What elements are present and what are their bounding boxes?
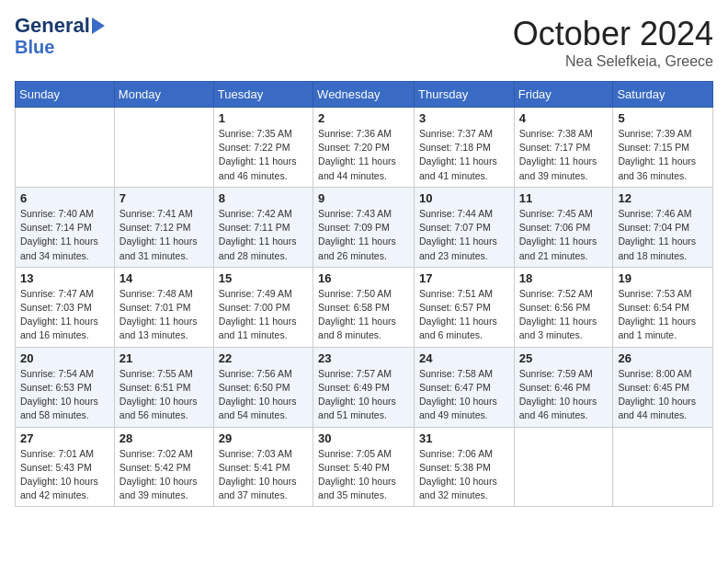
calendar-table: SundayMondayTuesdayWednesdayThursdayFrid… xyxy=(15,81,713,507)
day-number: 10 xyxy=(419,191,509,205)
day-number: 29 xyxy=(219,431,308,445)
calendar-day-cell: 21Sunrise: 7:55 AM Sunset: 6:51 PM Dayli… xyxy=(114,347,213,427)
day-info: Sunrise: 7:54 AM Sunset: 6:53 PM Dayligh… xyxy=(20,367,109,423)
calendar-day-cell: 15Sunrise: 7:49 AM Sunset: 7:00 PM Dayli… xyxy=(213,267,313,347)
day-number: 31 xyxy=(419,431,509,445)
calendar-day-cell xyxy=(613,427,713,507)
day-info: Sunrise: 7:37 AM Sunset: 7:18 PM Dayligh… xyxy=(419,127,509,183)
day-number: 17 xyxy=(419,271,509,285)
day-number: 21 xyxy=(119,351,209,365)
calendar-day-cell: 19Sunrise: 7:53 AM Sunset: 6:54 PM Dayli… xyxy=(613,267,713,347)
day-number: 6 xyxy=(20,191,109,205)
day-info: Sunrise: 7:59 AM Sunset: 6:46 PM Dayligh… xyxy=(519,367,609,423)
day-number: 25 xyxy=(519,351,609,365)
day-number: 11 xyxy=(519,191,609,205)
day-info: Sunrise: 7:58 AM Sunset: 6:47 PM Dayligh… xyxy=(419,367,509,423)
day-number: 22 xyxy=(219,351,308,365)
day-info: Sunrise: 8:00 AM Sunset: 6:45 PM Dayligh… xyxy=(618,367,708,423)
calendar-day-cell xyxy=(114,108,213,188)
day-info: Sunrise: 7:44 AM Sunset: 7:07 PM Dayligh… xyxy=(419,207,509,263)
day-info: Sunrise: 7:06 AM Sunset: 5:38 PM Dayligh… xyxy=(419,447,509,503)
day-of-week-header: Thursday xyxy=(415,82,515,108)
day-info: Sunrise: 7:39 AM Sunset: 7:15 PM Dayligh… xyxy=(618,127,708,183)
day-info: Sunrise: 7:36 AM Sunset: 7:20 PM Dayligh… xyxy=(318,127,409,183)
day-number: 5 xyxy=(618,111,708,125)
calendar-day-cell: 31Sunrise: 7:06 AM Sunset: 5:38 PM Dayli… xyxy=(415,427,515,507)
day-number: 15 xyxy=(219,271,308,285)
day-info: Sunrise: 7:43 AM Sunset: 7:09 PM Dayligh… xyxy=(318,207,409,263)
calendar-day-cell: 30Sunrise: 7:05 AM Sunset: 5:40 PM Dayli… xyxy=(313,427,415,507)
day-of-week-header: Saturday xyxy=(613,82,713,108)
day-of-week-header: Tuesday xyxy=(213,82,313,108)
calendar-day-cell xyxy=(514,427,613,507)
day-number: 20 xyxy=(20,351,109,365)
title-block: October 2024 Nea Selefkeia, Greece xyxy=(513,15,713,70)
day-number: 13 xyxy=(20,271,109,285)
page-header: General Blue October 2024 Nea Selefkeia,… xyxy=(15,15,713,70)
calendar-day-cell: 18Sunrise: 7:52 AM Sunset: 6:56 PM Dayli… xyxy=(514,267,613,347)
calendar-day-cell: 10Sunrise: 7:44 AM Sunset: 7:07 PM Dayli… xyxy=(415,187,515,267)
day-info: Sunrise: 7:47 AM Sunset: 7:03 PM Dayligh… xyxy=(20,287,109,343)
day-number: 9 xyxy=(318,191,409,205)
calendar-day-cell xyxy=(16,108,115,188)
day-info: Sunrise: 7:42 AM Sunset: 7:11 PM Dayligh… xyxy=(219,207,308,263)
calendar-day-cell: 17Sunrise: 7:51 AM Sunset: 6:57 PM Dayli… xyxy=(415,267,515,347)
day-info: Sunrise: 7:55 AM Sunset: 6:51 PM Dayligh… xyxy=(119,367,209,423)
logo: General Blue xyxy=(15,15,105,57)
logo-text-line1: General xyxy=(15,15,90,37)
calendar-day-cell: 7Sunrise: 7:41 AM Sunset: 7:12 PM Daylig… xyxy=(114,187,213,267)
day-info: Sunrise: 7:57 AM Sunset: 6:49 PM Dayligh… xyxy=(318,367,409,423)
day-info: Sunrise: 7:52 AM Sunset: 6:56 PM Dayligh… xyxy=(519,287,609,343)
day-of-week-header: Monday xyxy=(114,82,213,108)
day-number: 7 xyxy=(119,191,209,205)
day-number: 26 xyxy=(618,351,708,365)
day-number: 12 xyxy=(618,191,708,205)
calendar-day-cell: 1Sunrise: 7:35 AM Sunset: 7:22 PM Daylig… xyxy=(213,108,313,188)
logo-text-line2: Blue xyxy=(15,37,54,57)
day-info: Sunrise: 7:50 AM Sunset: 6:58 PM Dayligh… xyxy=(318,287,409,343)
day-info: Sunrise: 7:02 AM Sunset: 5:42 PM Dayligh… xyxy=(119,447,209,503)
calendar-day-cell: 26Sunrise: 8:00 AM Sunset: 6:45 PM Dayli… xyxy=(613,347,713,427)
calendar-day-cell: 3Sunrise: 7:37 AM Sunset: 7:18 PM Daylig… xyxy=(415,108,515,188)
day-info: Sunrise: 7:03 AM Sunset: 5:41 PM Dayligh… xyxy=(219,447,308,503)
calendar-week-row: 13Sunrise: 7:47 AM Sunset: 7:03 PM Dayli… xyxy=(16,267,713,347)
day-info: Sunrise: 7:48 AM Sunset: 7:01 PM Dayligh… xyxy=(119,287,209,343)
calendar-day-cell: 22Sunrise: 7:56 AM Sunset: 6:50 PM Dayli… xyxy=(213,347,313,427)
day-number: 16 xyxy=(318,271,409,285)
day-info: Sunrise: 7:05 AM Sunset: 5:40 PM Dayligh… xyxy=(318,447,409,503)
calendar-day-cell: 5Sunrise: 7:39 AM Sunset: 7:15 PM Daylig… xyxy=(613,108,713,188)
calendar-day-cell: 9Sunrise: 7:43 AM Sunset: 7:09 PM Daylig… xyxy=(313,187,415,267)
day-number: 30 xyxy=(318,431,409,445)
day-number: 19 xyxy=(618,271,708,285)
calendar-week-row: 1Sunrise: 7:35 AM Sunset: 7:22 PM Daylig… xyxy=(16,108,713,188)
calendar-day-cell: 14Sunrise: 7:48 AM Sunset: 7:01 PM Dayli… xyxy=(114,267,213,347)
day-info: Sunrise: 7:41 AM Sunset: 7:12 PM Dayligh… xyxy=(119,207,209,263)
day-number: 2 xyxy=(318,111,409,125)
calendar-day-cell: 13Sunrise: 7:47 AM Sunset: 7:03 PM Dayli… xyxy=(16,267,115,347)
month-year-title: October 2024 xyxy=(513,15,713,53)
calendar-week-row: 20Sunrise: 7:54 AM Sunset: 6:53 PM Dayli… xyxy=(16,347,713,427)
day-number: 4 xyxy=(519,111,609,125)
day-info: Sunrise: 7:53 AM Sunset: 6:54 PM Dayligh… xyxy=(618,287,708,343)
day-of-week-header: Wednesday xyxy=(313,82,415,108)
day-number: 28 xyxy=(119,431,209,445)
calendar-day-cell: 24Sunrise: 7:58 AM Sunset: 6:47 PM Dayli… xyxy=(415,347,515,427)
calendar-week-row: 27Sunrise: 7:01 AM Sunset: 5:43 PM Dayli… xyxy=(16,427,713,507)
day-number: 8 xyxy=(219,191,308,205)
day-number: 18 xyxy=(519,271,609,285)
day-of-week-header: Friday xyxy=(514,82,613,108)
calendar-day-cell: 23Sunrise: 7:57 AM Sunset: 6:49 PM Dayli… xyxy=(313,347,415,427)
day-number: 27 xyxy=(20,431,109,445)
day-of-week-header: Sunday xyxy=(16,82,115,108)
day-info: Sunrise: 7:49 AM Sunset: 7:00 PM Dayligh… xyxy=(219,287,308,343)
calendar-day-cell: 16Sunrise: 7:50 AM Sunset: 6:58 PM Dayli… xyxy=(313,267,415,347)
calendar-day-cell: 20Sunrise: 7:54 AM Sunset: 6:53 PM Dayli… xyxy=(16,347,115,427)
calendar-day-cell: 27Sunrise: 7:01 AM Sunset: 5:43 PM Dayli… xyxy=(16,427,115,507)
calendar-day-cell: 29Sunrise: 7:03 AM Sunset: 5:41 PM Dayli… xyxy=(213,427,313,507)
day-info: Sunrise: 7:38 AM Sunset: 7:17 PM Dayligh… xyxy=(519,127,609,183)
calendar-day-cell: 12Sunrise: 7:46 AM Sunset: 7:04 PM Dayli… xyxy=(613,187,713,267)
logo-arrow-icon xyxy=(92,17,105,34)
calendar-day-cell: 28Sunrise: 7:02 AM Sunset: 5:42 PM Dayli… xyxy=(114,427,213,507)
calendar-day-cell: 11Sunrise: 7:45 AM Sunset: 7:06 PM Dayli… xyxy=(514,187,613,267)
calendar-day-cell: 25Sunrise: 7:59 AM Sunset: 6:46 PM Dayli… xyxy=(514,347,613,427)
